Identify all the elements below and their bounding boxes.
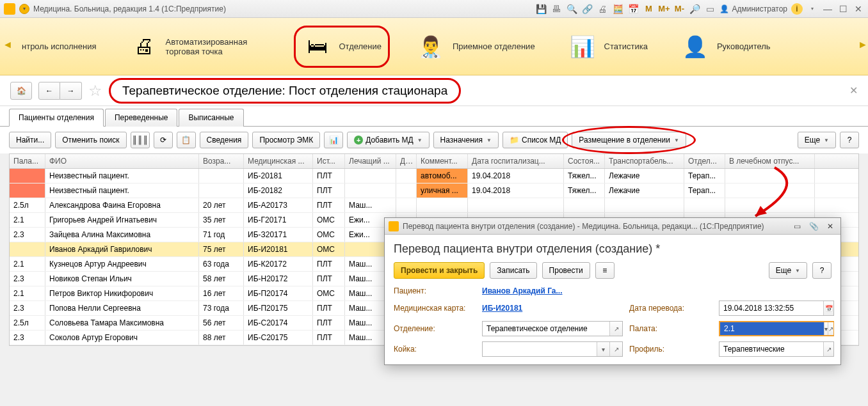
column-header[interactable]: Ист... [313,154,345,168]
back-button[interactable]: ← [38,82,60,100]
column-header[interactable]: ФИО [45,154,199,168]
calendar-icon[interactable]: 📅 [627,3,639,15]
chart-button[interactable]: 📊 [324,132,343,148]
ribbon-scroll-left[interactable]: ◄ [3,39,10,54]
dialog-more-button[interactable]: Еще▼ [769,262,807,279]
column-header[interactable]: Отдел... [684,154,725,168]
info-button[interactable]: Сведения [200,132,249,148]
cell: Неизвестный пациент. [45,169,199,183]
table-row[interactable]: Неизвестный пациент.ИБ-20181ПЛТавтомоб..… [10,169,858,183]
post-and-close-button[interactable]: Провести и закрыть [394,262,485,279]
bed-field[interactable]: ▾ ↗ [482,341,623,357]
cell: 2.3 [10,272,45,286]
dept-input[interactable] [483,322,609,336]
table-row[interactable]: Неизвестный пациент.ИБ-20182ПЛТуличная .… [10,183,858,198]
cell: Маш... [345,198,396,212]
cell: 20 лет [199,198,244,212]
card-link[interactable]: ИБ-И20181 [482,304,623,313]
column-header[interactable]: Медицинская ... [244,154,313,168]
column-header[interactable]: Возра... [199,154,244,168]
tab-0[interactable]: Пациенты отделения [9,109,104,127]
ribbon-scroll-right[interactable]: ► [858,39,865,54]
ribbon-item-1[interactable]: 🖨Автоматизированная торговая точка [122,26,275,68]
bed-open-icon[interactable]: ↗ [609,342,622,356]
dialog-close-button[interactable]: ✕ [824,221,837,232]
link-icon[interactable]: 🔗 [581,3,593,15]
ribbon-item-2[interactable]: 🛏Отделение [294,26,390,68]
calc-icon[interactable]: 🧮 [612,3,623,15]
ribbon-item-0[interactable]: нтроль исполнения [15,26,103,68]
calendar-picker-icon[interactable]: 📅 [823,301,833,315]
dept-field[interactable]: ↗ [482,321,623,336]
more-button[interactable]: Еще▼ [798,132,836,148]
save-icon[interactable]: 💾 [535,3,547,15]
print-icon[interactable]: 🖶 [551,3,562,15]
ribbon-item-3[interactable]: 👨‍⚕️Приемное отделение [409,26,542,68]
column-header[interactable]: Коммент... [417,154,468,168]
patient-link[interactable]: Иванов Аркадий Га... [482,286,834,295]
dialog-pin-icon[interactable]: 📎 [807,221,820,232]
column-header[interactable]: Пала... [10,154,45,168]
structure-button[interactable]: ≡ [595,262,615,279]
m-plus-icon[interactable]: M+ [658,3,670,15]
column-header[interactable]: Дата госпитализац... [468,154,564,168]
profile-input[interactable] [719,342,823,356]
zoom-icon[interactable]: 🔎 [689,3,700,15]
bed-dropdown-icon[interactable]: ▾ [597,342,609,356]
column-header[interactable]: В лечебном отпус... [725,154,815,168]
ward-field[interactable]: ▾ ↗ [719,321,834,336]
emk-button[interactable]: Просмотр ЭМК [252,132,320,148]
m-minus-icon[interactable]: M- [673,3,685,15]
dept-open-icon[interactable]: ↗ [609,322,622,336]
home-button[interactable]: 🏠 [10,82,32,100]
info-icon[interactable]: i [791,3,803,15]
admin-label[interactable]: 👤 Администратор [719,4,787,13]
table-row[interactable]: 2.5лАлександрова Фаина Егоровна20 летИБ-… [10,198,858,213]
column-header[interactable]: Ди... [396,154,417,168]
cancel-find-button[interactable]: Отменить поиск [55,132,126,148]
refresh-button[interactable]: ⟳ [154,132,173,148]
preview-icon[interactable]: 🔍 [566,3,577,15]
m-icon[interactable]: M [643,3,654,15]
ward-input[interactable] [720,322,824,335]
add-md-button[interactable]: Добавить МД▼ [347,132,429,148]
find-button[interactable]: Найти... [9,132,51,148]
column-header[interactable]: Транспортабель... [605,154,684,168]
profile-open-icon[interactable]: ↗ [823,342,833,356]
date-input[interactable] [719,301,823,315]
column-header[interactable]: Состоя... [564,154,605,168]
page-close-button[interactable]: ✕ [849,84,858,97]
favorite-icon[interactable]: ☆ [88,82,102,100]
date-field[interactable]: 📅 [719,301,834,316]
ribbon-item-5[interactable]: 👤Руководитель [673,26,777,68]
ward-open-icon[interactable]: ↗ [828,322,833,335]
tab-1[interactable]: Переведенные [105,109,178,127]
info-dd-icon[interactable]: ▾ [807,3,818,15]
cell: Зайцева Алина Максимовна [45,228,199,242]
assign-button[interactable]: Назначения▼ [433,132,499,148]
post-button[interactable]: Провести [542,262,590,279]
save-button[interactable]: Записать [490,262,536,279]
tab-2[interactable]: Выписанные [179,109,243,127]
app-menu-dropdown[interactable]: ▾ [19,4,29,14]
dialog-help-button[interactable]: ? [812,262,832,279]
list-md-button[interactable]: 📁Список МД [502,132,568,148]
bed-input[interactable] [483,342,597,356]
barcode-button[interactable]: ║║║ [131,132,150,148]
help-button[interactable]: ? [840,132,859,148]
close-button[interactable]: ✕ [853,3,864,15]
maximize-button[interactable]: ☐ [837,3,849,15]
minimize-button[interactable]: — [822,3,833,15]
profile-field[interactable]: ↗ [719,341,834,357]
column-header[interactable]: Лечащий ... [345,154,396,168]
cell: ПЛТ [313,316,345,330]
forward-button[interactable]: → [60,82,82,100]
transfer-dialog: Перевод пациента внутри отделения (созда… [384,217,841,365]
placement-button[interactable]: Размещение в отделении▼ [572,132,686,148]
print2-icon[interactable]: 🖨 [597,3,608,15]
panel-icon[interactable]: ▭ [704,3,716,15]
cell: Терап... [684,169,725,183]
ribbon-item-4[interactable]: 📊Статистика [561,26,654,68]
dialog-tools-icon[interactable]: ▭ [791,221,803,232]
report-button[interactable]: 📋 [177,132,196,148]
